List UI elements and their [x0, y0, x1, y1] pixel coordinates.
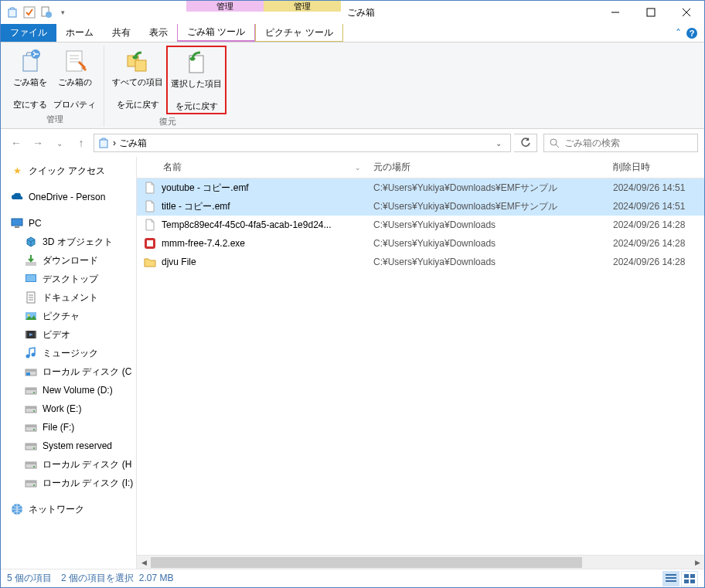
tree-item-icon: [24, 402, 38, 416]
table-row[interactable]: Temp8c89ec4f-45c0-4fa5-acab-1e9d24...C:¥…: [137, 216, 704, 234]
restore-selected-icon: [182, 49, 210, 76]
help-icon[interactable]: ?: [686, 27, 698, 39]
tree-pc-child[interactable]: ミュージック: [2, 344, 135, 362]
close-button[interactable]: [669, 1, 704, 24]
tree-pc-child[interactable]: ローカル ディスク (H: [2, 455, 135, 474]
maximize-button[interactable]: [633, 1, 669, 24]
back-button[interactable]: ←: [7, 134, 26, 152]
title-bar: ▾ 管理 管理 ごみ箱: [1, 1, 704, 24]
collapse-ribbon-icon[interactable]: ˄: [676, 27, 681, 39]
forward-button[interactable]: →: [29, 134, 47, 152]
address-bar[interactable]: › ごみ箱 ⌄: [94, 134, 511, 152]
svg-rect-34: [26, 372, 30, 376]
svg-text:?: ?: [690, 29, 695, 38]
svg-rect-61: [684, 580, 689, 583]
ribbon-group-manage-label: 管理: [46, 112, 63, 127]
svg-rect-60: [690, 574, 695, 578]
tree-item-icon: [24, 235, 38, 249]
tree-item-icon: [24, 476, 38, 490]
svg-rect-56: [666, 574, 676, 576]
qat-dropdown-icon[interactable]: ▾: [56, 8, 69, 16]
table-row[interactable]: youtube - コピー.emfC:¥Users¥Yukiya¥Downloa…: [137, 178, 704, 197]
ribbon-group-restore: すべての項目を元に戻す 選択した項目を元に戻す 復元: [104, 46, 231, 127]
navigation-tree[interactable]: ★ クイック アクセス OneDrive - Person PC 3D オブジェ…: [1, 157, 137, 569]
horizontal-scrollbar[interactable]: ◀ ▶: [137, 555, 704, 569]
context-tab-picture[interactable]: 管理: [264, 1, 341, 24]
tree-pc-child[interactable]: 3D オブジェクト: [2, 233, 135, 251]
empty-bin-icon: [16, 47, 44, 75]
svg-rect-42: [26, 425, 36, 427]
column-location[interactable]: 元の場所: [367, 161, 607, 174]
cloud-icon: [10, 190, 24, 204]
tree-item-icon: [24, 272, 38, 286]
file-icon: [143, 199, 157, 213]
tree-pc[interactable]: PC: [2, 214, 135, 233]
recent-locations-button[interactable]: ⌄: [50, 134, 69, 152]
ribbon-group-manage: ごみ箱を空にする ごみ箱のプロパティ 管理: [5, 46, 104, 127]
tree-item-icon: [24, 365, 38, 379]
tree-pc-child[interactable]: ローカル ディスク (C: [2, 362, 135, 381]
tab-recycle-tools[interactable]: ごみ箱 ツール: [177, 24, 255, 42]
scroll-left-icon[interactable]: ◀: [137, 556, 151, 569]
table-row[interactable]: mmm-free-7.4.2.exeC:¥Users¥Yukiya¥Downlo…: [137, 234, 704, 253]
tab-home[interactable]: ホーム: [56, 24, 103, 42]
tree-onedrive[interactable]: OneDrive - Person: [2, 188, 135, 206]
tree-pc-child[interactable]: ビデオ: [2, 325, 135, 344]
address-dropdown-icon[interactable]: ⌄: [490, 139, 507, 148]
restore-selected-button[interactable]: 選択した項目を元に戻す: [166, 46, 226, 114]
checkbox-icon[interactable]: [22, 5, 36, 19]
svg-point-40: [33, 410, 35, 412]
tree-pc-child[interactable]: ピクチャ: [2, 307, 135, 325]
tab-share[interactable]: 共有: [103, 24, 140, 42]
column-date[interactable]: 削除日時: [607, 161, 704, 174]
tree-pc-child[interactable]: ダウンロード: [2, 251, 135, 270]
ribbon-group-restore-label: 復元: [159, 114, 176, 129]
tab-picture-tools[interactable]: ピクチャ ツール: [255, 24, 342, 42]
tree-pc-child[interactable]: Work (E:): [2, 399, 135, 418]
empty-recycle-bin-button[interactable]: ごみ箱を空にする: [10, 46, 50, 112]
minimize-button[interactable]: [598, 1, 633, 24]
svg-rect-5: [647, 8, 655, 16]
large-icons-view-button[interactable]: [681, 571, 698, 586]
restore-all-button[interactable]: すべての項目を元に戻す: [109, 46, 166, 114]
tree-item-icon: [24, 457, 38, 471]
svg-rect-45: [26, 444, 36, 446]
tree-pc-child[interactable]: File (F:): [2, 418, 135, 437]
tree-pc-child[interactable]: デスクトップ: [2, 270, 135, 288]
properties-sheet-icon: [61, 47, 89, 75]
breadcrumb-item[interactable]: ごみ箱: [119, 137, 147, 150]
svg-rect-59: [684, 574, 689, 578]
up-button[interactable]: ↑: [72, 134, 90, 152]
tree-network[interactable]: ネットワーク: [2, 500, 135, 518]
tree-pc-child[interactable]: System reserved: [2, 437, 135, 455]
tree-pc-child[interactable]: ドキュメント: [2, 288, 135, 307]
column-headers[interactable]: 名前⌄ 元の場所 削除日時: [137, 157, 704, 178]
breadcrumb-sep[interactable]: ›: [113, 138, 116, 148]
table-row[interactable]: title - コピー.emfC:¥Users¥Yukiya¥Downloads…: [137, 197, 704, 216]
svg-point-43: [33, 429, 35, 430]
context-tab-recycle[interactable]: 管理: [186, 1, 264, 24]
recycle-properties-button[interactable]: ごみ箱のプロパティ: [50, 46, 99, 112]
tree-pc-child[interactable]: ローカル ディスク (I:): [2, 474, 135, 492]
properties-icon[interactable]: [39, 5, 53, 19]
table-row[interactable]: djvu FileC:¥Users¥Yukiya¥Downloads2024/0…: [137, 253, 704, 271]
tree-quick-access[interactable]: ★ クイック アクセス: [2, 161, 135, 180]
search-box[interactable]: ごみ箱の検索: [543, 134, 698, 152]
scroll-right-icon[interactable]: ▶: [690, 556, 704, 569]
svg-rect-55: [147, 240, 153, 246]
svg-rect-51: [26, 481, 36, 483]
refresh-button[interactable]: [514, 134, 537, 152]
search-icon: [549, 138, 560, 148]
tree-item-icon: [24, 328, 38, 342]
svg-rect-36: [26, 388, 36, 390]
column-name[interactable]: 名前⌄: [137, 161, 367, 174]
restore-all-icon: [124, 47, 152, 75]
recycle-bin-small-icon: [97, 137, 110, 149]
tab-view[interactable]: 表示: [140, 24, 177, 42]
svg-point-26: [28, 314, 30, 317]
tab-file[interactable]: ファイル: [1, 24, 56, 42]
file-rows[interactable]: youtube - コピー.emfC:¥Users¥Yukiya¥Downloa…: [137, 178, 704, 555]
scroll-thumb[interactable]: [151, 557, 582, 568]
tree-pc-child[interactable]: New Volume (D:): [2, 381, 135, 399]
details-view-button[interactable]: [662, 571, 679, 586]
